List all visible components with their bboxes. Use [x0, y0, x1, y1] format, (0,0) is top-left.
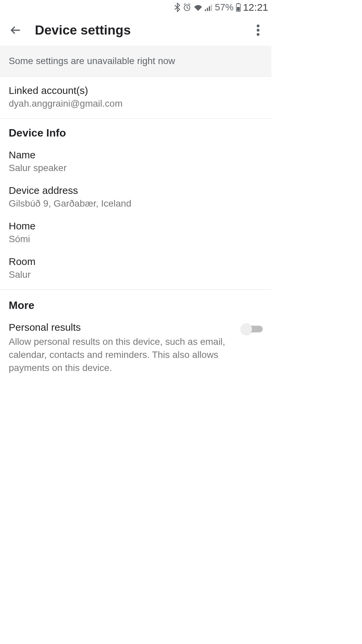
- battery-percent: 57%: [215, 2, 234, 13]
- device-address-value: Gilsbúð 9, Garðabær, Iceland: [9, 198, 263, 209]
- device-address-label: Device address: [9, 185, 263, 196]
- linked-accounts-title: Linked account(s): [9, 85, 263, 96]
- svg-point-9: [257, 29, 260, 32]
- status-time: 12:21: [243, 2, 268, 13]
- linked-accounts-value: dyah.anggraini@gmail.com: [9, 98, 263, 109]
- wifi-icon: [193, 4, 203, 11]
- device-room-value: Salur: [9, 269, 263, 280]
- device-info-header: Device Info: [9, 127, 263, 139]
- device-name-label: Name: [9, 149, 263, 161]
- device-address-row[interactable]: Device address Gilsbúð 9, Garðabær, Icel…: [9, 185, 263, 209]
- device-home-row[interactable]: Home Sómi: [9, 220, 263, 245]
- personal-results-title: Personal results: [9, 322, 237, 333]
- svg-rect-2: [207, 8, 208, 11]
- linked-accounts-row[interactable]: Linked account(s) dyah.anggraini@gmail.c…: [0, 77, 272, 119]
- back-button[interactable]: [5, 20, 25, 40]
- personal-results-row[interactable]: Personal results Allow personal results …: [9, 322, 263, 375]
- svg-rect-7: [237, 7, 240, 11]
- device-name-value: Salur speaker: [9, 163, 263, 173]
- overflow-menu-button[interactable]: [250, 22, 266, 38]
- device-home-label: Home: [9, 220, 263, 232]
- device-room-row[interactable]: Room Salur: [9, 256, 263, 280]
- svg-point-8: [257, 24, 260, 28]
- app-bar: Device settings: [0, 15, 272, 46]
- device-room-label: Room: [9, 256, 263, 267]
- bluetooth-icon: [174, 3, 181, 12]
- battery-icon: [236, 3, 241, 12]
- svg-rect-4: [211, 5, 212, 11]
- svg-rect-6: [238, 3, 239, 4]
- signal-icon: [205, 4, 213, 11]
- personal-results-description: Allow personal results on this device, s…: [9, 335, 237, 375]
- banner-message: Some settings are unavailable right now: [9, 56, 175, 66]
- device-info-section: Device Info Name Salur speaker Device ad…: [0, 119, 272, 290]
- more-section: More Personal results Allow personal res…: [0, 290, 272, 384]
- personal-results-toggle[interactable]: [243, 322, 263, 336]
- svg-rect-3: [209, 6, 210, 11]
- alarm-icon: [183, 3, 191, 12]
- device-name-row[interactable]: Name Salur speaker: [9, 149, 263, 173]
- more-header: More: [9, 299, 263, 312]
- page-title: Device settings: [35, 23, 250, 38]
- svg-rect-1: [205, 9, 206, 11]
- unavailable-banner: Some settings are unavailable right now: [0, 46, 272, 77]
- status-bar: 57% 12:21: [0, 0, 272, 15]
- svg-point-10: [257, 33, 260, 36]
- device-home-value: Sómi: [9, 234, 263, 245]
